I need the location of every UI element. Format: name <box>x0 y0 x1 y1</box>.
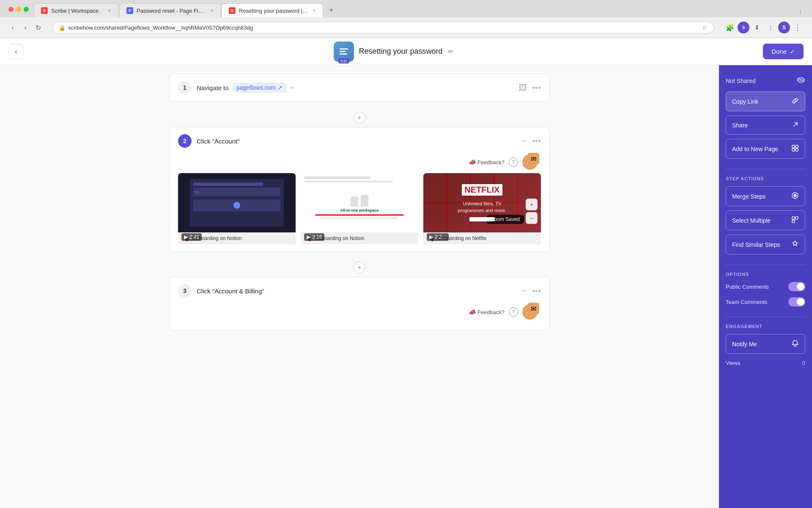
sidebar-divider-2 <box>726 265 805 265</box>
svg-rect-11 <box>796 217 798 219</box>
back-nav-button[interactable]: ‹ <box>7 22 19 33</box>
share-icon <box>792 121 799 129</box>
done-button[interactable]: Done ✓ <box>763 44 804 59</box>
feedback-megaphone-icon: 📣 <box>469 159 476 166</box>
email-overlay-icon-3: ✉ <box>527 303 539 315</box>
zoom-out-button[interactable]: − <box>526 212 538 224</box>
extensions-icon[interactable]: 🧩 <box>724 22 736 33</box>
bookmark-star-icon[interactable]: ☆ <box>702 24 708 31</box>
video-card-1[interactable]: ns. ▶ 2:41 <box>178 173 296 244</box>
tab2-close-btn[interactable]: × <box>210 7 214 14</box>
step-actions-section: STEP ACTIONS Merge Steps Select Multiple <box>726 176 805 254</box>
not-shared-label: Not Shared <box>726 77 756 84</box>
step1-edit-icon[interactable]: ✏ <box>290 84 295 91</box>
help-icon-3[interactable]: ? <box>509 307 518 317</box>
step-card-3: 3 Click "Account & Billing" ✏ ••• 📣 <box>169 277 550 330</box>
browser-tab-3[interactable]: S Resetting your password | Scri... × <box>222 3 323 17</box>
header-center: Edit Resetting your password ✏ <box>29 41 758 62</box>
team-comments-label: Team Comments <box>726 299 767 305</box>
add-to-new-page-label: Add to New Page <box>732 146 778 152</box>
step3-edit-icon[interactable]: ✏ <box>522 287 527 294</box>
feedback-text-2: 📣 Feedback? <box>469 159 505 166</box>
team-comments-toggle[interactable] <box>788 297 805 306</box>
netflix-logo: NETFLIX <box>462 184 502 196</box>
window-close-control[interactable] <box>8 7 14 12</box>
video-card-3[interactable]: NETFLIX Unlimited films, TVprogrammes an… <box>423 173 541 244</box>
user-profile-btn[interactable]: S <box>778 22 790 33</box>
browser-tab-2[interactable]: P Password reset - Page Flows × <box>119 3 221 17</box>
options-title: OPTIONS <box>726 272 805 277</box>
pageflows-link-text: pageflows.com ↗ <box>236 84 283 91</box>
forward-nav-button[interactable]: › <box>19 22 31 33</box>
downloads-icon[interactable]: ⬇ <box>751 22 763 33</box>
copy-link-button[interactable]: Copy Link <box>726 91 805 111</box>
merge-steps-button[interactable]: Merge Steps <box>726 186 805 206</box>
app-header: ‹ Edit Resetting your password ✏ Done ✓ <box>0 38 812 65</box>
tab3-close-btn[interactable]: × <box>313 7 316 14</box>
play-icon-2: ▶ <box>307 234 310 240</box>
step3-title: Click "Account & Billing" <box>197 287 513 295</box>
window-minimize-control[interactable] <box>16 7 21 12</box>
title-edit-icon[interactable]: ✏ <box>448 47 453 55</box>
svg-rect-6 <box>792 149 795 151</box>
address-bar-url[interactable]: scribehow.com/shared/Pageflows_Workflow_… <box>68 25 700 31</box>
select-multiple-label: Select Multiple <box>732 217 771 224</box>
add-to-new-page-icon <box>791 144 799 153</box>
done-check-icon: ✓ <box>790 48 795 55</box>
video-card-2[interactable]: All-in-one workspace ▶ 3:16 <box>301 173 418 244</box>
notify-me-button[interactable]: Notify Me <box>726 334 805 354</box>
public-comments-toggle[interactable] <box>788 282 805 291</box>
add-step-circle-1[interactable]: + <box>354 112 365 124</box>
scribe-ext-icon[interactable]: S <box>738 22 749 33</box>
select-multiple-button[interactable]: Select Multiple <box>726 210 805 230</box>
lock-icon: 🔒 <box>59 25 66 31</box>
feedback-text-3: 📣 Feedback? <box>469 309 505 315</box>
window-maximize-control[interactable] <box>24 7 29 12</box>
new-tab-button[interactable]: + <box>324 3 339 17</box>
app-back-button[interactable]: ‹ <box>8 44 24 59</box>
help-icon-2[interactable]: ? <box>509 157 518 167</box>
tab1-close-btn[interactable]: × <box>108 7 111 14</box>
video-thumb-1: ns. <box>178 173 296 232</box>
views-label: Views <box>726 360 740 366</box>
add-step-circle-2[interactable]: + <box>354 262 365 273</box>
video-overlay-2: ▶ 3:16 <box>304 233 324 241</box>
add-to-new-page-button[interactable]: Add to New Page <box>726 139 805 159</box>
user-avatar-group-2: Ac ✉ <box>522 155 538 170</box>
step1-actions: 🖼 ••• <box>518 83 541 93</box>
netflix-slogan: Unlimited films, TVprogrammes and more. <box>458 201 506 214</box>
refresh-nav-button[interactable]: ↻ <box>32 22 44 33</box>
views-row: Views 0 <box>726 360 805 366</box>
pageflows-link[interactable]: pageflows.com ↗ <box>232 83 287 93</box>
add-step-between-2-3[interactable]: + <box>169 258 550 277</box>
browser-tab-1[interactable]: S Scribe | Workspace × <box>34 3 118 17</box>
main-content-area: 1 Navigate to pageflows.com ↗ ✏ 🖼 ••• <box>0 65 719 508</box>
play-icon-3: ▶ <box>429 234 433 240</box>
tab-expand-btn[interactable]: ⋮ <box>793 9 809 17</box>
svg-rect-5 <box>796 145 798 148</box>
not-shared-row: Not Shared <box>726 74 805 88</box>
more-tools-icon[interactable]: ⋮ <box>765 22 776 33</box>
svg-rect-0 <box>340 48 348 50</box>
find-similar-icon <box>791 240 799 249</box>
views-count: 0 <box>802 360 805 366</box>
browser-menu-btn[interactable]: ⋮ <box>792 22 804 33</box>
find-similar-steps-button[interactable]: Find Similar Steps <box>726 235 805 254</box>
tab2-title: Password reset - Page Flows <box>137 8 207 14</box>
step2-edit-icon[interactable]: ✏ <box>522 138 527 144</box>
zoom-in-button[interactable]: + <box>526 199 538 210</box>
step3-more-icon[interactable]: ••• <box>532 286 541 296</box>
add-step-between-1-2[interactable]: + <box>169 108 550 127</box>
options-section: OPTIONS Public Comments Team Comments <box>726 272 805 306</box>
step1-header: 1 Navigate to pageflows.com ↗ ✏ 🖼 ••• <box>170 74 549 101</box>
feedback-bar-2: 📣 Feedback? ? Ac ✉ <box>178 155 541 170</box>
step2-more-icon[interactable]: ••• <box>532 136 541 146</box>
share-button[interactable]: Share <box>726 116 805 135</box>
step1-more-icon[interactable]: ••• <box>532 83 541 93</box>
step1-media-icon[interactable]: 🖼 <box>518 83 527 93</box>
duration-1: 2:41 <box>189 234 199 240</box>
step3-header: 3 Click "Account & Billing" ✏ ••• <box>170 277 549 304</box>
team-comments-row: Team Comments <box>726 297 805 306</box>
video-grid-2: ns. ▶ 2:41 <box>178 173 541 244</box>
step1-navigate-text: Navigate to <box>197 84 229 91</box>
